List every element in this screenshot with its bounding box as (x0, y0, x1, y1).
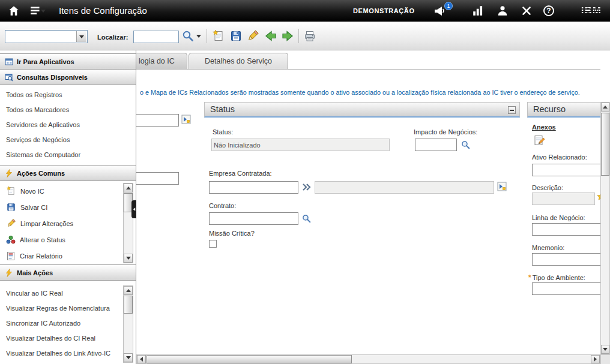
search-icon[interactable] (461, 140, 471, 150)
action-view-asset-ci-link-details[interactable]: Visualizar Detalhes do Link Ativo-IC (0, 345, 121, 360)
crossover-chevrons-icon[interactable] (301, 182, 311, 192)
scroll-right-button[interactable] (591, 355, 600, 363)
action-create-report[interactable]: Criar Relatório (0, 248, 121, 264)
scroll-thumb[interactable] (124, 296, 133, 314)
status-value-field[interactable] (211, 139, 390, 151)
sidebar-item-computer-systems[interactable]: Sistemas de Computador (0, 147, 136, 162)
scroll-up-button[interactable] (124, 286, 133, 295)
arrow-up-icon (126, 289, 131, 292)
arrow-right-icon (594, 357, 597, 362)
scroll-up-button[interactable] (124, 183, 133, 192)
next-record-button[interactable] (280, 29, 295, 43)
environment-label: DEMONSTRAÇÃO (353, 0, 415, 22)
related-asset-field[interactable] (532, 164, 604, 176)
arrow-down-icon (126, 257, 131, 260)
sidebar-item-application-servers[interactable]: Servidores de Aplicativos (0, 117, 136, 132)
home-icon[interactable] (8, 5, 20, 17)
action-clear-changes[interactable]: Limpar Alterações (0, 215, 121, 231)
vertical-scroll-thumb[interactable] (601, 113, 609, 176)
menu-caret-icon[interactable] (41, 10, 46, 13)
print-button[interactable] (303, 29, 317, 43)
ibm-logo: IBM (581, 0, 602, 22)
business-line-field[interactable] (532, 223, 604, 236)
sidebar-collapse-handle[interactable] (131, 200, 136, 218)
minimize-icon[interactable] (508, 106, 516, 114)
contracted-company-field[interactable] (209, 181, 298, 194)
action-label: Alterar o Status (20, 236, 65, 243)
scroll-up-button[interactable] (601, 103, 609, 112)
advanced-search-button[interactable] (181, 29, 195, 43)
status-section-header: Status (204, 102, 520, 118)
bulletin-megaphone-icon[interactable] (433, 5, 445, 17)
toolbar-separator (298, 29, 299, 43)
clear-changes-icon (246, 29, 259, 43)
detail-menu-icon[interactable] (497, 182, 507, 191)
horizontal-scrollbar[interactable] (136, 354, 600, 364)
scroll-down-button[interactable] (124, 353, 133, 362)
common-actions-list: Novo IC Salvar CI Limpar Alterações Alte… (0, 181, 136, 265)
tab-service-details[interactable]: Detalhes do Serviço (189, 53, 288, 69)
sidebar-item-all-records[interactable]: Todos os Registros (0, 87, 136, 102)
sidebar-section-go-to-applications[interactable]: Ir Para Aplicativos (0, 53, 136, 70)
search-icon (181, 29, 195, 43)
find-input[interactable] (133, 31, 179, 43)
scroll-left-button[interactable] (137, 355, 146, 363)
action-view-naming-rules[interactable]: Visualizar Regras de Nomenclatura (0, 300, 121, 315)
sidebar-section-available-queries[interactable]: Consultas Disponíveis (0, 69, 136, 85)
combobox-dropdown-button[interactable] (76, 31, 86, 42)
mission-critical-checkbox[interactable] (209, 240, 217, 248)
save-button[interactable] (229, 29, 243, 43)
query-combobox[interactable] (5, 30, 88, 43)
status-label: Status: (213, 128, 233, 136)
action-new-ci[interactable]: Novo IC (0, 183, 121, 199)
business-impact-field[interactable] (415, 139, 457, 151)
scroll-down-button[interactable] (601, 345, 609, 354)
search-menu-caret[interactable] (195, 29, 202, 43)
action-view-actual-ci-details[interactable]: Visualizar Detalhes do CI Real (0, 330, 121, 345)
action-link-to-actual-ci[interactable]: Vincular ao IC Real (0, 285, 121, 300)
business-line-label: Linha de Negócio: (532, 214, 585, 221)
search-icon[interactable] (301, 213, 312, 224)
side-navigation: Ir Para Aplicativos Consultas Disponívei… (0, 50, 136, 364)
detail-menu-icon[interactable] (181, 115, 191, 124)
environment-type-field[interactable] (532, 282, 604, 295)
save-icon (6, 202, 16, 212)
lightning-icon (5, 269, 13, 277)
sidebar-item-all-bookmarks[interactable]: Todos os Marcadores (0, 102, 136, 117)
sidebar-section-label: Consultas Disponíveis (17, 74, 88, 81)
more-actions-scrollbar[interactable] (123, 285, 133, 363)
toolbar-separator (207, 29, 207, 43)
help-icon[interactable]: ? (543, 5, 554, 16)
profile-person-icon[interactable] (497, 5, 509, 17)
contract-field[interactable] (209, 212, 298, 225)
new-record-button[interactable] (211, 29, 226, 43)
tab-topology[interactable]: logia do IC (133, 53, 187, 69)
info-note: o e Mapa de ICs Relacionados serão mostr… (140, 89, 602, 96)
close-icon[interactable] (521, 5, 533, 17)
description-field[interactable] (532, 192, 595, 205)
mnemonic-field[interactable] (532, 253, 604, 266)
action-label: Novo IC (20, 188, 44, 195)
resource-section-header: Recurso (527, 102, 610, 118)
environment-type-label: *Tipo de Ambiente: (528, 273, 585, 282)
menu-icon[interactable] (30, 5, 42, 17)
clear-changes-button[interactable] (246, 29, 260, 43)
action-save-ci[interactable]: Salvar CI (0, 199, 121, 215)
clear-changes-icon (6, 218, 16, 228)
action-sync-authorized-ci[interactable]: Sincronizar IC Autorizado (0, 315, 121, 330)
related-asset-label: Ativo Relacionado: (532, 154, 587, 161)
attach-edit-icon[interactable] (533, 134, 545, 146)
reports-chart-icon[interactable] (472, 5, 484, 17)
previous-record-button[interactable] (264, 29, 278, 43)
common-actions-scrollbar[interactable] (123, 183, 133, 263)
scroll-down-button[interactable] (124, 254, 133, 263)
action-change-status[interactable]: Alterar o Status (0, 231, 121, 248)
sidebar-section-more-actions[interactable]: Mais Ações (0, 264, 136, 281)
sidebar-section-common-actions[interactable]: Ações Comuns (0, 165, 136, 181)
sidebar-item-business-services[interactable]: Serviços de Negócios (0, 132, 136, 147)
vertical-scrollbar[interactable] (600, 102, 610, 354)
contracted-company-description-field[interactable] (315, 181, 494, 194)
horizontal-scroll-thumb[interactable] (146, 355, 352, 363)
attachments-link[interactable]: Anexos (532, 124, 556, 131)
required-marker: * (528, 273, 531, 282)
